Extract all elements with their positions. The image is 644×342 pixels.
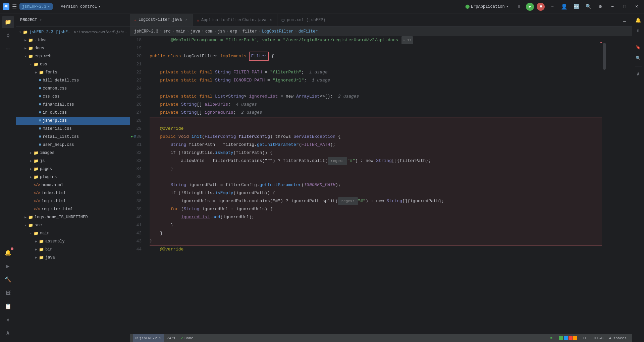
run-config-button[interactable]: ⬤ ErpApplication ▾ xyxy=(463,3,511,10)
line-num: 21 xyxy=(130,60,144,68)
tab-logcostfilter[interactable]: ☕ LogCostFilter.java × xyxy=(130,14,193,26)
more-button[interactable]: ⋯ xyxy=(547,2,557,11)
maximize-button[interactable]: □ xyxy=(620,2,629,11)
tree-item-bill-detail-css[interactable]: ▶ ■ bill_detail.css xyxy=(16,76,130,84)
project-badge[interactable]: jshERP-2.3 ▾ xyxy=(19,3,53,10)
activity-run[interactable]: ▶ xyxy=(2,260,14,272)
folder-icon: 📁 xyxy=(34,159,39,164)
status-problems[interactable]: ⚑ xyxy=(547,334,556,342)
code-token: ( xyxy=(302,181,304,189)
stop-button[interactable]: ■ xyxy=(537,3,545,11)
tree-item-jsherp-css[interactable]: ▶ ■ jsherp.css xyxy=(16,117,130,125)
bookmarks-panel-button[interactable]: 🔖 xyxy=(634,43,642,51)
tree-item-index-html[interactable]: ▶ </> index.html xyxy=(16,189,130,197)
tree-item-src[interactable]: ▾ 📁 src xyxy=(16,221,130,229)
activity-todo[interactable]: 📋 xyxy=(2,300,14,312)
tab-applicationfilterchain[interactable]: ☕ ApplicationFilterChain.java × xyxy=(193,14,277,26)
run-button[interactable]: ▶ xyxy=(526,3,534,11)
inspection-panel-button[interactable]: 🔍 xyxy=(634,54,642,62)
tab-close-button[interactable]: × xyxy=(184,17,189,22)
hamburger-menu[interactable]: ☰ xyxy=(12,3,17,10)
translate-button[interactable]: 🔤 xyxy=(572,2,581,11)
tree-item-assembly[interactable]: ▶ 📁 assembly xyxy=(16,237,130,245)
profile-button[interactable]: 👤 xyxy=(559,2,569,11)
activity-build[interactable]: 🔨 xyxy=(2,274,14,286)
tree-item-css[interactable]: ▾ 📁 css xyxy=(16,60,130,68)
status-vcs[interactable]: ⑆ jshERP-2.3 xyxy=(133,334,164,342)
search-button[interactable]: 🔍 xyxy=(584,2,593,11)
code-content[interactable]: @WebInitParam(name = "filterPath", value… xyxy=(147,36,602,334)
activity-image[interactable]: 🖼 xyxy=(2,287,14,299)
breadcrumb-item[interactable]: jsh xyxy=(218,29,225,34)
settings-button[interactable]: ⚙ xyxy=(596,2,605,11)
bookmark-gutter-icon[interactable]: @ xyxy=(133,133,136,141)
tree-item-home-html[interactable]: ▶ </> home.html xyxy=(16,181,130,189)
status-lf[interactable]: LF xyxy=(580,334,590,342)
tree-arrow: ▾ xyxy=(23,54,28,58)
tree-item-docs[interactable]: ▶ 📁 docs xyxy=(16,44,130,52)
tree-item-in-out-css[interactable]: ▶ ■ in_out.css xyxy=(16,109,130,117)
activity-font[interactable]: A xyxy=(2,327,14,339)
minimize-button[interactable]: − xyxy=(608,2,617,11)
tree-item-material-css[interactable]: ▶ ■ material.css xyxy=(16,125,130,133)
tree-item-erp-web[interactable]: ▾ 📁 erp_web xyxy=(16,52,130,60)
tree-item-css-css[interactable]: ▶ ■ css.css xyxy=(16,93,130,101)
notifications-panel-button[interactable]: 🔔 xyxy=(634,16,642,24)
tree-item-common-css[interactable]: ▶ ■ common.css xyxy=(16,84,130,93)
code-token: String xyxy=(228,93,244,101)
tab-options-button[interactable]: ⋯ xyxy=(620,17,629,26)
breadcrumb-item-active[interactable]: LogCostFilter xyxy=(262,29,293,34)
tree-item-user-help-css[interactable]: ▶ ■ user_help.css xyxy=(16,141,130,149)
tree-item-images[interactable]: ▶ 📁 images xyxy=(16,149,130,157)
close-button[interactable]: × xyxy=(632,2,641,11)
tree-item-idea[interactable]: ▶ 📁 .idea xyxy=(16,36,130,44)
tree-item-root[interactable]: ▾ 📁 jshERP-2.3 [jshERP] D:\BrowserDownlo… xyxy=(16,28,130,36)
tree-arrow: ▾ xyxy=(17,30,23,34)
status-done[interactable]: ✓ Done xyxy=(178,334,196,342)
tree-item-js[interactable]: ▶ 📁 js xyxy=(16,157,130,165)
tree-label: home.html xyxy=(42,183,63,187)
tree-item-fonts[interactable]: ▶ 📁 fonts xyxy=(16,68,130,76)
code-token: [] xyxy=(197,109,204,117)
scrollbar-thumb[interactable] xyxy=(603,43,606,70)
tree-item-pages[interactable]: ▶ 📁 pages xyxy=(16,165,130,173)
tree-item-logs-home[interactable]: ▶ 📁 logs.home_IS_UNDEFINED xyxy=(16,213,130,221)
code-token: ; xyxy=(302,68,304,76)
breadcrumb-item-method[interactable]: doFilter xyxy=(299,29,318,34)
tab-pom-xml[interactable]: ⬡ pom.xml (jshERP) xyxy=(277,14,330,26)
structure-panel-button[interactable]: m xyxy=(634,27,642,35)
tree-item-financial-css[interactable]: ▶ ■ financial.css xyxy=(16,101,130,109)
breadcrumb-item[interactable]: jshERP-2.3 xyxy=(134,29,158,34)
tree-item-java[interactable]: ▶ 📁 java xyxy=(16,253,130,262)
status-encoding[interactable]: UTF-8 xyxy=(590,334,606,342)
status-indent[interactable]: 4 spaces xyxy=(606,334,629,342)
breadcrumb-item[interactable]: src xyxy=(163,29,171,34)
breadcrumb-item[interactable]: erp xyxy=(230,29,237,34)
tree-item-register-html[interactable]: ▶ </> register.html xyxy=(16,205,130,213)
tree-item-bin[interactable]: ▶ 📁 bin xyxy=(16,245,130,253)
breadcrumb-sep: › xyxy=(258,29,261,34)
activity-git[interactable] xyxy=(2,314,14,326)
activity-commit[interactable] xyxy=(2,30,14,42)
tree-item-main[interactable]: ▾ 📁 main xyxy=(16,229,130,237)
breadcrumb-item[interactable]: com xyxy=(205,29,213,34)
status-colorsquares[interactable] xyxy=(556,334,580,342)
breadcrumb-item[interactable]: main xyxy=(176,29,185,34)
breadcrumb-item[interactable]: filter xyxy=(243,29,257,34)
activity-unknown1[interactable]: ⋯ xyxy=(2,43,14,55)
scrollbar[interactable] xyxy=(602,36,607,70)
tab-close-button[interactable]: × xyxy=(268,18,273,22)
activity-project[interactable]: 📁 xyxy=(2,16,14,28)
tree-item-retail-list-css[interactable]: ▶ ■ retail_list.css xyxy=(16,133,130,141)
sidebar-tree[interactable]: ▾ 📁 jshERP-2.3 [jshERP] D:\BrowserDownlo… xyxy=(16,27,130,342)
run-gutter-icon[interactable]: ▶ xyxy=(131,133,133,141)
tree-item-login-html[interactable]: ▶ </> login.html xyxy=(16,197,130,205)
pause-button[interactable]: ⏸ xyxy=(514,2,523,11)
breadcrumb-item[interactable]: java xyxy=(191,29,200,34)
status-position[interactable]: 74:1 xyxy=(164,334,178,342)
activity-notifications[interactable]: 🔔 xyxy=(2,247,14,259)
accessibility-panel-button[interactable]: A xyxy=(634,70,642,78)
code-editor[interactable]: 18 19 20 21 22 23 24 25 26 27 28 29 ▶ @ … xyxy=(130,36,632,334)
vcs-button[interactable]: Version control ▾ xyxy=(61,4,101,9)
tree-item-plugins[interactable]: ▶ 📁 plugins xyxy=(16,173,130,181)
